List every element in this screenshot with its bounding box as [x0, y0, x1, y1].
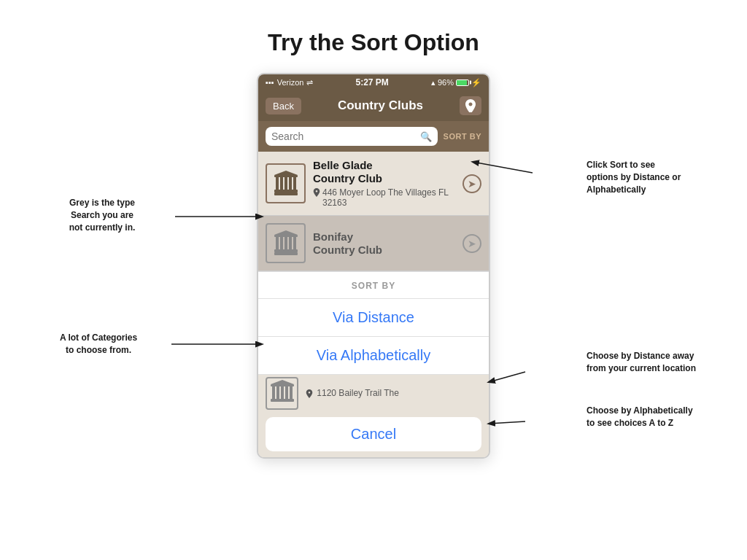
club-name-bonifay: BonifayCountry Club	[313, 230, 455, 257]
nav-title: Country Clubs	[338, 98, 423, 113]
svg-rect-19	[272, 386, 275, 399]
status-right: ▴ 96% ⚡	[431, 78, 481, 88]
map-pin-icon	[465, 99, 476, 112]
address-pin-icon	[313, 188, 320, 197]
partial-club-logo	[266, 377, 298, 410]
svg-rect-14	[289, 236, 292, 249]
svg-rect-3	[280, 176, 283, 190]
sort-option-alpha[interactable]: Via Alphabetically	[258, 337, 489, 375]
sort-option-distance[interactable]: Via Distance	[258, 299, 489, 337]
club-logo-svg	[271, 169, 301, 198]
location-button[interactable]	[460, 96, 481, 115]
back-button[interactable]: Back	[266, 98, 301, 114]
svg-rect-21	[281, 386, 284, 399]
search-input-wrap[interactable]: 🔍	[266, 127, 438, 146]
club-item-belle-glade[interactable]: Belle GladeCountry Club 446 Moyer Loop T…	[258, 152, 489, 216]
club-logo-bonifay	[266, 223, 306, 263]
svg-rect-4	[285, 176, 287, 190]
wifi-icon: ⇌	[306, 78, 313, 88]
carrier-label: Verizon	[277, 78, 304, 87]
partial-club-item: 1120 Bailey Trail The	[258, 375, 489, 411]
status-left: ▪▪▪ Verizon ⇌	[266, 78, 313, 88]
club-address-text-belle-glade: 446 Moyer Loop The Villages FL 32163	[322, 187, 455, 208]
charging-icon: ⚡	[471, 78, 481, 88]
svg-rect-12	[280, 236, 283, 249]
annotation-grey: Grey is the type Search you are not curr…	[36, 197, 168, 233]
sort-modal-header: SORT BY	[258, 272, 489, 299]
cancel-button[interactable]: Cancel	[266, 417, 481, 451]
club-logo-belle-glade	[266, 163, 306, 203]
svg-rect-5	[289, 176, 292, 190]
svg-line-29	[489, 372, 525, 382]
club-info-bonifay: BonifayCountry Club	[313, 230, 455, 257]
cancel-section: Cancel	[258, 411, 489, 457]
svg-rect-9	[274, 249, 298, 252]
search-icon: 🔍	[420, 131, 432, 142]
annotation-sort: Click Sort to see options by Distance or…	[587, 159, 718, 195]
svg-rect-24	[271, 384, 294, 386]
svg-rect-20	[276, 386, 279, 399]
svg-rect-13	[285, 236, 287, 249]
annotation-alpha: Choose by Alphabetically to see choices …	[587, 405, 725, 429]
club-info-belle-glade: Belle GladeCountry Club 446 Moyer Loop T…	[313, 159, 455, 208]
club-name-belle-glade: Belle GladeCountry Club	[313, 159, 455, 185]
svg-rect-10	[274, 252, 298, 255]
club-logo-bonifay-svg	[271, 229, 301, 258]
battery-icon	[456, 79, 469, 86]
svg-rect-11	[276, 236, 279, 249]
search-input[interactable]	[271, 131, 417, 142]
battery-fill	[457, 80, 467, 85]
svg-marker-8	[274, 171, 298, 175]
partial-pin-icon	[306, 389, 313, 398]
sort-by-button[interactable]: SORT BY	[444, 132, 481, 141]
svg-rect-0	[274, 190, 298, 192]
svg-rect-18	[271, 399, 294, 402]
svg-rect-23	[290, 386, 293, 399]
club-item-bonifay[interactable]: BonifayCountry Club ➤	[258, 216, 489, 271]
list-content: Belle GladeCountry Club 446 Moyer Loop T…	[258, 152, 489, 411]
status-bar: ▪▪▪ Verizon ⇌ 5:27 PM ▴ 96% ⚡	[258, 74, 489, 90]
svg-marker-17	[274, 230, 298, 235]
svg-rect-16	[274, 235, 298, 237]
page-title: Try the Sort Option	[0, 0, 747, 71]
svg-rect-1	[274, 192, 298, 195]
phone-frame: ▪▪▪ Verizon ⇌ 5:27 PM ▴ 96% ⚡ Back Count…	[257, 73, 490, 459]
battery-percent: 96%	[438, 78, 454, 87]
sort-modal: SORT BY Via Distance Via Alphabetically	[258, 271, 489, 375]
svg-rect-6	[293, 176, 296, 190]
status-time: 5:27 PM	[356, 77, 389, 88]
partial-logo-svg	[268, 378, 297, 408]
annotation-categories: A lot of Categories to choose from.	[29, 332, 168, 357]
club-arrow-belle-glade: ➤	[462, 174, 481, 193]
svg-rect-7	[274, 175, 298, 177]
svg-rect-15	[293, 236, 296, 249]
search-bar: 🔍 SORT BY	[258, 121, 489, 152]
svg-rect-22	[285, 386, 288, 399]
club-address-belle-glade: 446 Moyer Loop The Villages FL 32163	[313, 187, 455, 208]
signal-icon: ▪▪▪	[266, 78, 274, 87]
partial-address: 1120 Bailey Trail The	[306, 388, 399, 398]
annotation-distance: Choose by Distance away from your curren…	[587, 350, 725, 375]
location-icon: ▴	[431, 78, 436, 88]
nav-bar: Back Country Clubs	[258, 90, 489, 121]
phone-mockup: ▪▪▪ Verizon ⇌ 5:27 PM ▴ 96% ⚡ Back Count…	[257, 73, 490, 459]
partial-address-text: 1120 Bailey Trail The	[317, 388, 399, 398]
svg-marker-25	[271, 380, 294, 384]
club-arrow-bonifay: ➤	[462, 234, 481, 253]
svg-rect-2	[276, 176, 279, 190]
svg-line-30	[489, 421, 525, 424]
